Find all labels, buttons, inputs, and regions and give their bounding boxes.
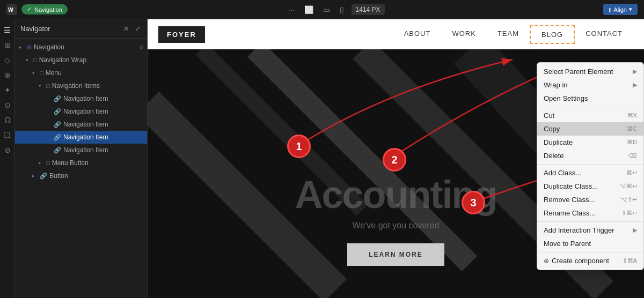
tree-item-button[interactable]: ▸ 🔗 Button bbox=[15, 169, 147, 182]
icon-bar-settings[interactable]: ⊘ bbox=[1, 144, 14, 157]
annotation-3-label: 3 bbox=[470, 197, 476, 209]
navigator-actions: ✕ ⤢ bbox=[122, 24, 142, 34]
px-display: 1414 PX bbox=[352, 4, 385, 15]
link-icon-2: 🔗 bbox=[54, 108, 61, 115]
learn-more-button[interactable]: LEARN MORE bbox=[347, 243, 444, 266]
icon-bar: ☰ ⊞ ◇ ⊕ ✦ ⊙ ☊ ❏ ⊘ bbox=[0, 19, 15, 298]
tree-item-menu-button[interactable]: ▸ □ Menu Button bbox=[15, 157, 147, 169]
ctx-add-interaction-label: Add Interaction Trigger bbox=[544, 226, 633, 234]
tree-item-nav-item-5[interactable]: 🔗 Navigation Item bbox=[15, 144, 147, 157]
ctx-wrap-in-arrow: ▶ bbox=[633, 81, 637, 88]
desktop-icon[interactable]: ⬜ bbox=[302, 3, 316, 16]
ctx-create-component-label: Create component bbox=[552, 257, 623, 265]
ctx-divider-3 bbox=[537, 221, 643, 222]
ctx-copy-shortcut: ⌘C bbox=[627, 125, 637, 132]
main-layout: ☰ ⊞ ◇ ⊕ ✦ ⊙ ☊ ❏ ⊘ Navigator ✕ ⤢ ▸ ⊙ N bbox=[0, 19, 644, 298]
nav-badge-label: Navigation bbox=[34, 6, 62, 13]
tree-item-nav-item-1[interactable]: 🔗 Navigation Item bbox=[15, 92, 147, 105]
ctx-select-parent[interactable]: Select Parent Element ▶ bbox=[537, 65, 643, 78]
toggle-menu-button: ▸ bbox=[39, 160, 45, 166]
icon-bar-pages[interactable]: ⊞ bbox=[1, 39, 14, 51]
ctx-cut-shortcut: ⌘X bbox=[627, 112, 637, 119]
tablet-icon[interactable]: ▭ bbox=[321, 3, 332, 16]
nav-item-1-label: Navigation Item bbox=[63, 95, 108, 102]
hero-subtitle: We've got you covered bbox=[353, 221, 440, 230]
link-icon-1: 🔗 bbox=[54, 95, 61, 102]
ctx-select-parent-arrow: ▶ bbox=[633, 68, 637, 75]
icon-bar-components[interactable]: ◇ bbox=[1, 54, 14, 66]
ctx-add-class[interactable]: Add Class... ⌘↩ bbox=[537, 166, 643, 180]
ctx-remove-class-label: Remove Class... bbox=[544, 196, 620, 204]
icon-bar-style[interactable]: ✦ bbox=[1, 84, 14, 96]
more-icon[interactable]: ··· bbox=[286, 3, 297, 16]
icon-bar-interactions[interactable]: ⊙ bbox=[1, 99, 14, 111]
tree-item-nav-wrap[interactable]: ▾ □ Navigation Wrap bbox=[15, 54, 147, 66]
tree-item-nav-items[interactable]: ▾ □ Navigation Items bbox=[15, 79, 147, 92]
ctx-add-interaction-arrow: ▶ bbox=[633, 227, 637, 234]
icon-bar-assets[interactable]: ❏ bbox=[1, 129, 14, 141]
phone-icon[interactable]: ▯ bbox=[338, 3, 346, 16]
nav-link-team[interactable]: TEAM bbox=[487, 25, 530, 44]
ctx-duplicate-shortcut: ⌘D bbox=[627, 139, 637, 146]
ctx-open-settings[interactable]: Open Settings bbox=[537, 92, 643, 105]
preview-logo: FOYER bbox=[158, 26, 205, 43]
icon-bar-add[interactable]: ⊕ bbox=[1, 69, 14, 81]
toggle-menu: ▾ bbox=[32, 70, 39, 76]
icon-bar-navigator[interactable]: ☰ bbox=[1, 24, 14, 36]
tree-item-navigation[interactable]: ▸ ⊙ Navigation ⚙ bbox=[15, 41, 147, 54]
webflow-logo[interactable]: W bbox=[6, 4, 17, 15]
nav-link-contact[interactable]: CONTACT bbox=[575, 25, 633, 44]
ctx-add-class-label: Add Class... bbox=[544, 169, 626, 177]
ctx-create-component[interactable]: ⊕ Create component ⇧⌘A bbox=[537, 254, 643, 267]
ctx-duplicate-class-label: Duplicate Class... bbox=[544, 182, 619, 190]
ctx-wrap-in[interactable]: Wrap in ▶ bbox=[537, 78, 643, 92]
nav-item-5-label: Navigation Item bbox=[63, 146, 108, 154]
icon-bar-cms[interactable]: ☊ bbox=[1, 114, 14, 126]
nav-link-work[interactable]: WORK bbox=[441, 25, 486, 44]
ctx-delete-shortcut: ⌫ bbox=[628, 152, 637, 159]
menu-button-label: Menu Button bbox=[52, 159, 89, 167]
div-icon-nav-items: □ bbox=[46, 83, 50, 89]
toggle-button: ▸ bbox=[32, 173, 39, 178]
tree-item-nav-item-4[interactable]: 🔗 Navigation Item bbox=[15, 131, 147, 144]
ctx-cut-label: Cut bbox=[544, 111, 627, 120]
annotation-1: 1 bbox=[287, 135, 311, 158]
top-bar: W ✓ Navigation ··· ⬜ ▭ ▯ 1414 PX ⫿ Align… bbox=[0, 0, 644, 19]
check-icon: ✓ bbox=[27, 6, 32, 13]
tree-item-nav-item-3[interactable]: 🔗 Navigation Item bbox=[15, 118, 147, 131]
ctx-duplicate-class[interactable]: Duplicate Class... ⌥⌘↩ bbox=[537, 180, 643, 193]
ctx-copy[interactable]: Copy ⌘C bbox=[537, 122, 643, 136]
ctx-move-to-parent[interactable]: Move to Parent bbox=[537, 237, 643, 250]
align-button[interactable]: ⫿ Align ▾ bbox=[603, 4, 638, 15]
ctx-cut[interactable]: Cut ⌘X bbox=[537, 109, 643, 122]
close-button[interactable]: ✕ bbox=[122, 24, 130, 34]
link-icon-5: 🔗 bbox=[54, 147, 61, 154]
align-icon: ⫿ bbox=[609, 6, 612, 13]
ctx-delete[interactable]: Delete ⌫ bbox=[537, 149, 643, 162]
nav-wrap-label: Navigation Wrap bbox=[39, 56, 87, 64]
link-icon-4: 🔗 bbox=[54, 134, 61, 141]
div-icon-wrap: □ bbox=[33, 57, 37, 63]
ctx-rename-class[interactable]: Rename Class... ⇧⌘↩ bbox=[537, 206, 643, 220]
nav-badge[interactable]: ✓ Navigation bbox=[21, 4, 68, 14]
ctx-copy-label: Copy bbox=[544, 125, 627, 133]
tree-item-nav-item-2[interactable]: 🔗 Navigation Item bbox=[15, 105, 147, 118]
svg-text:W: W bbox=[8, 6, 13, 13]
tree: ▸ ⊙ Navigation ⚙ ▾ □ Navigation Wrap ▾ □… bbox=[15, 39, 147, 184]
nav-item-3-label: Navigation Item bbox=[63, 121, 108, 128]
sidebar: Navigator ✕ ⤢ ▸ ⊙ Navigation ⚙ ▾ □ bbox=[0, 19, 148, 298]
link-icon-button: 🔗 bbox=[40, 173, 47, 180]
annotation-2-label: 2 bbox=[391, 154, 397, 166]
settings-icon[interactable]: ⚙ bbox=[139, 44, 144, 50]
nav-link-about[interactable]: ABOUT bbox=[393, 25, 442, 44]
align-chevron-icon: ▾ bbox=[629, 6, 632, 13]
ctx-duplicate[interactable]: Duplicate ⌘D bbox=[537, 136, 643, 149]
ctx-add-interaction[interactable]: Add Interaction Trigger ▶ bbox=[537, 224, 643, 237]
top-bar-left: W ✓ Navigation bbox=[6, 4, 68, 15]
nav-link-blog[interactable]: BLOG bbox=[530, 25, 575, 44]
tree-item-menu[interactable]: ▾ □ Menu bbox=[15, 66, 147, 79]
top-bar-center: ··· ⬜ ▭ ▯ 1414 PX bbox=[286, 3, 385, 16]
ctx-delete-label: Delete bbox=[544, 152, 628, 160]
pin-button[interactable]: ⤢ bbox=[134, 24, 142, 34]
ctx-remove-class[interactable]: Remove Class... ⌥⇧↩ bbox=[537, 193, 643, 206]
